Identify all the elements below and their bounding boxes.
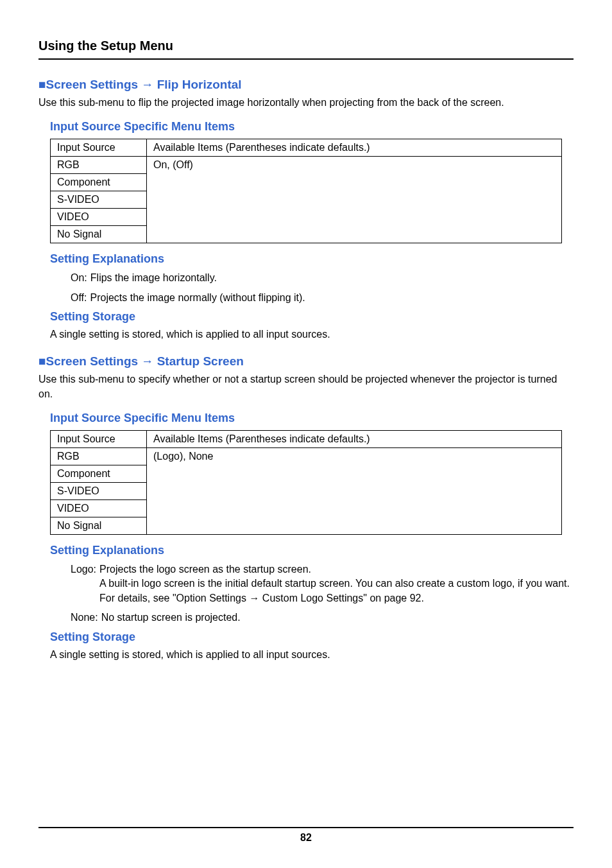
page-number: 82	[38, 827, 574, 844]
square-marker-icon: ■	[38, 354, 46, 368]
explanation-label: None:	[71, 611, 101, 625]
table-cell: No Signal	[51, 226, 147, 243]
explanation-label: Off:	[71, 291, 90, 305]
table-cell: VIDEO	[51, 209, 147, 226]
explanation-text: Projects the logo screen as the startup …	[99, 562, 574, 605]
table-cell: (Logo), None	[147, 447, 562, 534]
input-source-table-1: Input Source Available Items (Parenthese…	[50, 139, 562, 243]
table-cell: S-VIDEO	[51, 191, 147, 209]
section-heading: ■Screen Settings → Startup Screen	[38, 354, 574, 369]
section-intro: Use this sub-menu to flip the projected …	[38, 96, 574, 110]
explanations-heading: Setting Explanations	[50, 252, 574, 266]
explanation-item: On: Flips the image horizontally.	[71, 271, 574, 285]
table-cell: Component	[51, 465, 147, 482]
table-header-cell: Available Items (Parentheses indicate de…	[147, 430, 562, 447]
input-source-table-2: Input Source Available Items (Parenthese…	[50, 430, 562, 535]
page-footer: 82	[38, 827, 574, 844]
table-header-cell: Input Source	[51, 139, 147, 157]
section-startup-screen: ■Screen Settings → Startup Screen Use th…	[38, 354, 574, 660]
storage-heading: Setting Storage	[50, 310, 574, 324]
storage-text: A single setting is stored, which is app…	[50, 649, 574, 661]
explanation-item: None: No startup screen is projected.	[71, 611, 574, 625]
explanation-text: Flips the image horizontally.	[90, 271, 574, 285]
explanation-text: No startup screen is projected.	[101, 611, 574, 625]
table-cell: No Signal	[51, 517, 147, 534]
table-header-cell: Available Items (Parentheses indicate de…	[147, 139, 562, 157]
section-intro: Use this sub-menu to specify whether or …	[38, 372, 574, 401]
storage-text: A single setting is stored, which is app…	[50, 329, 574, 340]
table-header-row: Input Source Available Items (Parenthese…	[51, 139, 562, 157]
explanations-heading: Setting Explanations	[50, 544, 574, 557]
explanation-item: Off: Projects the image normally (withou…	[71, 291, 574, 305]
page-header: Using the Setup Menu	[38, 39, 574, 60]
table-cell: S-VIDEO	[51, 482, 147, 499]
storage-heading: Setting Storage	[50, 630, 574, 644]
square-marker-icon: ■	[38, 78, 46, 91]
table-heading: Input Source Specific Menu Items	[50, 412, 574, 425]
table-heading: Input Source Specific Menu Items	[50, 120, 574, 134]
table-cell: RGB	[51, 157, 147, 174]
explanation-item: Logo: Projects the logo screen as the st…	[71, 562, 574, 605]
table-cell: VIDEO	[51, 499, 147, 517]
heading-text: Screen Settings → Flip Horizontal	[46, 78, 241, 91]
table-row: RGB On, (Off)	[51, 157, 562, 174]
section-heading: ■Screen Settings → Flip Horizontal	[38, 78, 574, 92]
explanation-label: On:	[71, 271, 90, 285]
table-header-row: Input Source Available Items (Parenthese…	[51, 430, 562, 447]
table-cell: RGB	[51, 447, 147, 465]
heading-text: Screen Settings → Startup Screen	[46, 354, 243, 368]
table-row: RGB (Logo), None	[51, 447, 562, 465]
explanation-label: Logo:	[71, 562, 99, 605]
table-header-cell: Input Source	[51, 430, 147, 447]
section-flip-horizontal: ■Screen Settings → Flip Horizontal Use t…	[38, 78, 574, 340]
explanation-text: Projects the image normally (without fli…	[90, 291, 574, 305]
table-cell: Component	[51, 174, 147, 191]
table-cell: On, (Off)	[147, 157, 562, 243]
